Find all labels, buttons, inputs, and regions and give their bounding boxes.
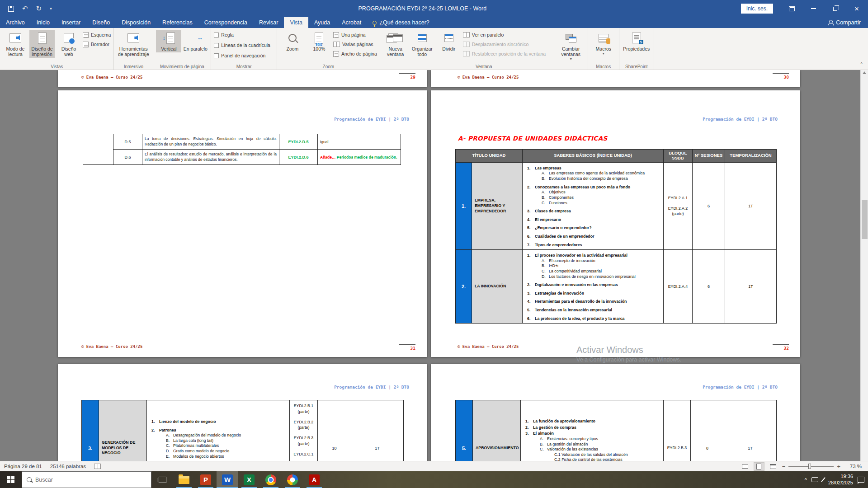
taskbar-search[interactable] — [22, 471, 151, 488]
close-button[interactable]: × — [847, 2, 866, 15]
zoom-percentage[interactable]: 73 % — [844, 464, 862, 469]
chrome-button[interactable] — [260, 471, 282, 488]
page-number: 30 — [773, 73, 789, 80]
ribbon-display-options-button[interactable] — [782, 2, 801, 15]
scrollbar-thumb[interactable] — [862, 200, 868, 239]
tab-diseno[interactable]: Diseño — [86, 17, 116, 28]
unit-saberes-cell: 1.Lienzo del modelo de negocio2.Patrones… — [147, 400, 290, 461]
split-icon — [444, 31, 453, 45]
powerpoint-button[interactable]: P — [195, 471, 217, 488]
unit-bloque-cell: EYDI.2.B.1(parte)EYDI.2.B.2(parte)EYDI.2… — [290, 400, 318, 461]
redo-icon[interactable]: ↻ — [36, 5, 42, 13]
draft-view-button[interactable]: Borrador — [83, 41, 111, 48]
tab-revisar[interactable]: Revisar — [253, 17, 284, 28]
page-footer: © Eva Baena – Curso 24/25 — [458, 75, 519, 80]
scroll-up-icon[interactable] — [863, 71, 866, 74]
zoom-out-icon[interactable]: − — [782, 463, 786, 470]
unit-bloque-cell: EYDI.2.A.1EYDI.2.A.2(parte) — [664, 162, 693, 249]
taskbar-clock[interactable]: 19:36 28/02/2025 — [828, 474, 853, 486]
multiple-pages-button[interactable]: Varias páginas — [333, 41, 377, 48]
page-footer: © Eva Baena – Curso 24/25 — [81, 75, 142, 80]
zoom-100-button[interactable]: 100 100% — [307, 30, 332, 52]
page-footer: © Eva Baena – Curso 24/25 — [458, 344, 519, 349]
macros-icon — [599, 31, 609, 45]
view-side-by-side-button[interactable]: Ver en paralelo — [463, 31, 556, 38]
page-width-button[interactable]: Ancho de página — [333, 50, 377, 57]
print-layout-view-button[interactable] — [754, 463, 764, 470]
word-button[interactable]: W — [217, 471, 238, 488]
minimize-button[interactable] — [804, 2, 823, 15]
tab-correspondencia[interactable]: Correspondencia — [198, 17, 253, 28]
one-page-icon — [333, 32, 339, 38]
tab-referencias[interactable]: Referencias — [156, 17, 198, 28]
vertical-scrollbar[interactable] — [860, 70, 868, 461]
web-layout-view-button[interactable] — [768, 463, 778, 470]
web-layout-button[interactable]: Diseño web — [56, 30, 81, 58]
sign-in-button[interactable]: Inic. ses. — [741, 4, 773, 14]
tab-insertar[interactable]: Insertar — [56, 17, 86, 28]
tray-tablet-icon[interactable] — [811, 477, 818, 482]
print-layout-button[interactable]: Diseño de impresión — [29, 30, 55, 58]
switch-windows-button[interactable]: Cambiar ventanas ▾ — [557, 30, 585, 62]
tab-archivo[interactable]: Archivo — [0, 17, 31, 28]
tab-ayuda[interactable]: Ayuda — [308, 17, 336, 28]
tab-disposicion[interactable]: Disposición — [116, 17, 156, 28]
collapse-ribbon-icon[interactable]: ^ — [858, 61, 865, 68]
save-icon[interactable] — [8, 6, 14, 12]
zoom-slider-track[interactable] — [788, 466, 834, 467]
excel-icon: X — [244, 474, 255, 485]
web-layout-view-icon — [770, 464, 776, 469]
tell-me-box[interactable]: ¿Qué desea hacer? — [367, 17, 435, 28]
zoom-button[interactable]: Zoom — [280, 30, 305, 52]
web-layout-icon — [64, 31, 74, 45]
zoom-100-icon: 100 — [315, 31, 323, 45]
task-view-button[interactable] — [151, 471, 173, 488]
side-to-side-button[interactable]: ↔ En paralelo — [183, 30, 208, 52]
page-header: Programación de EYDI | 2º BTO — [334, 117, 409, 122]
excel-button[interactable]: X — [238, 471, 260, 488]
new-window-button[interactable]: Nueva ventana — [383, 30, 408, 58]
tab-vista[interactable]: Vista — [284, 17, 308, 28]
ruler-checkbox[interactable]: Regla — [214, 31, 270, 38]
tray-expand-icon[interactable]: ^ — [805, 477, 807, 483]
properties-button[interactable]: S Propiedades — [622, 30, 651, 52]
zoom-in-icon[interactable]: + — [837, 463, 840, 470]
tray-pen-icon[interactable] — [821, 477, 826, 482]
clock-time: 19:36 — [828, 474, 853, 480]
proofing-errors-icon[interactable] — [94, 464, 101, 469]
powerpoint-icon: P — [200, 474, 211, 485]
print-layout-view-icon — [756, 464, 761, 469]
restore-button[interactable] — [826, 2, 844, 15]
document-canvas[interactable]: © Eva Baena – Curso 24/25 29 © Eva Baena… — [0, 70, 868, 461]
arrange-all-button[interactable]: Organizar todo — [410, 30, 435, 58]
macros-button[interactable]: Macros ▾ — [591, 30, 616, 56]
one-page-button[interactable]: Una página — [333, 31, 377, 38]
action-center-icon[interactable] — [858, 477, 864, 483]
navigation-pane-checkbox[interactable]: Panel de navegación — [214, 52, 270, 59]
group-mostrar: Regla Líneas de la cuadrícula Panel de n… — [211, 28, 277, 70]
tab-inicio[interactable]: Inicio — [31, 17, 56, 28]
learning-tools-button[interactable]: Herramientas de aprendizaje — [117, 30, 150, 58]
search-input[interactable] — [35, 477, 126, 483]
colorful-app-button[interactable] — [282, 471, 303, 488]
gridlines-checkbox[interactable]: Líneas de la cuadrícula — [214, 42, 270, 49]
undo-icon[interactable]: ↶ — [22, 5, 28, 13]
split-button[interactable]: Dividir — [436, 30, 462, 52]
share-button[interactable]: Compartir — [821, 17, 868, 28]
unit-bloque-cell: EYDI.2.B.3 — [664, 400, 691, 461]
read-mode-view-button[interactable] — [740, 463, 750, 470]
file-explorer-button[interactable] — [173, 471, 195, 488]
read-mode-button[interactable]: Modo de lectura — [3, 30, 28, 58]
view-side-by-side-icon — [463, 32, 470, 38]
zoom-slider-thumb[interactable] — [808, 464, 811, 469]
outline-view-button[interactable]: Esquema — [83, 31, 111, 38]
customize-qat-caret-icon[interactable]: ▾ — [50, 6, 52, 11]
vertical-movement-button[interactable]: ↕ Vertical — [156, 30, 181, 52]
tab-acrobat[interactable]: Acrobat — [336, 17, 367, 28]
word-count[interactable]: 25146 palabras — [50, 464, 86, 469]
page-indicator[interactable]: Página 29 de 81 — [4, 464, 42, 469]
restore-icon — [833, 7, 837, 11]
zoom-slider[interactable]: − + — [782, 463, 840, 470]
acrobat-button[interactable]: A — [303, 471, 325, 488]
start-button[interactable] — [0, 471, 22, 488]
